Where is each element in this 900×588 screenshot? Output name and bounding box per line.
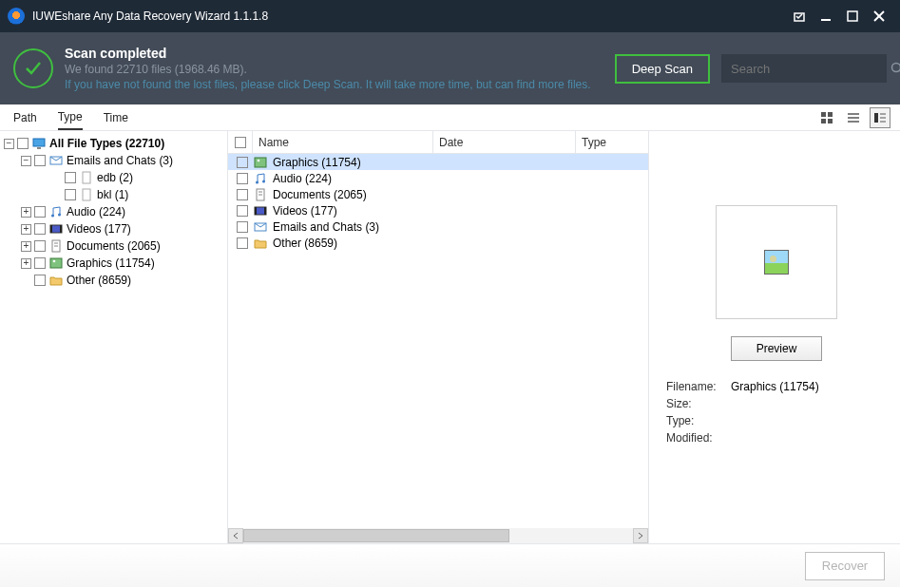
titlebar: IUWEshare Any Data Recovery Wizard 1.1.1… [0, 0, 900, 32]
svg-point-34 [258, 159, 260, 161]
row-checkbox[interactable] [237, 205, 248, 217]
svg-rect-7 [821, 112, 826, 117]
filename-value: Graphics (11754) [731, 380, 819, 397]
tab-time[interactable]: Time [104, 106, 128, 129]
header-band: Scan completed We found 22710 files (196… [0, 32, 900, 104]
list-item[interactable]: Documents (2065) [228, 186, 648, 202]
expander[interactable]: + [21, 207, 31, 218]
list-item[interactable]: Emails and Chats (3) [228, 218, 648, 235]
tree-checkbox[interactable] [34, 275, 46, 286]
tree-item-label[interactable]: Videos (177) [67, 222, 131, 236]
list-item[interactable]: Other (8659) [228, 235, 648, 251]
search-input[interactable] [731, 62, 890, 76]
music-icon [49, 205, 63, 218]
tree-item-label[interactable]: Graphics (11754) [67, 256, 155, 270]
svg-point-23 [51, 215, 54, 218]
column-header-type[interactable]: Type [576, 131, 648, 153]
expander[interactable]: + [21, 241, 31, 252]
tab-type[interactable]: Type [58, 105, 83, 130]
search-box[interactable] [721, 54, 887, 83]
tree-checkbox[interactable] [65, 172, 76, 183]
tree-item-label[interactable]: Documents (2065) [67, 239, 161, 253]
image-icon [254, 156, 267, 169]
tree-panel: − All File Types (22710) − Emails and Ch… [0, 131, 228, 543]
tree-checkbox[interactable] [34, 240, 46, 252]
preview-button[interactable]: Preview [731, 336, 822, 361]
deep-scan-button[interactable]: Deep Scan [615, 54, 710, 84]
tree-item-label[interactable]: Other (8659) [67, 274, 131, 287]
horizontal-scrollbar[interactable] [228, 528, 648, 543]
svg-rect-10 [828, 119, 833, 123]
tree-item-label[interactable]: bkl (1) [97, 188, 128, 201]
file-list-panel: Name Date Type Graphics (11754) Audio (2… [228, 131, 649, 543]
svg-rect-14 [874, 113, 878, 123]
document-icon [49, 239, 63, 253]
svg-point-24 [58, 214, 61, 217]
checkmark-icon [13, 48, 53, 88]
row-name: Documents (2065) [273, 188, 367, 201]
search-icon[interactable] [890, 62, 900, 75]
tree-item-label[interactable]: Emails and Chats (3) [67, 154, 173, 167]
row-name: Other (8659) [273, 237, 337, 250]
envelope-icon [254, 220, 267, 234]
svg-point-5 [892, 64, 901, 72]
column-header-name[interactable]: Name [253, 131, 433, 153]
filename-label: Filename: [666, 380, 731, 397]
expander[interactable]: + [21, 224, 31, 235]
monitor-icon [32, 137, 46, 150]
envelope-icon [49, 154, 63, 167]
folder-icon [254, 237, 267, 250]
expander[interactable]: − [4, 139, 14, 149]
tree-item-label[interactable]: edb (2) [97, 171, 133, 184]
svg-rect-8 [828, 112, 833, 117]
scroll-track[interactable] [243, 528, 633, 543]
list-item[interactable]: Graphics (11754) [228, 154, 648, 170]
list-item[interactable]: Videos (177) [228, 202, 648, 218]
tree-checkbox[interactable] [17, 138, 29, 149]
tree-checkbox[interactable] [34, 206, 46, 218]
tree-item-label[interactable]: Audio (224) [67, 205, 125, 218]
tree-checkbox[interactable] [34, 257, 46, 269]
row-name: Videos (177) [273, 204, 337, 218]
preview-thumbnail [716, 205, 837, 319]
file-icon [80, 171, 93, 184]
tree-checkbox[interactable] [65, 189, 76, 200]
svg-rect-27 [60, 225, 62, 233]
column-header-date[interactable]: Date [433, 131, 576, 153]
footer: Recover [0, 543, 900, 587]
view-grid-large-icon[interactable] [816, 107, 837, 128]
svg-rect-22 [83, 189, 90, 200]
image-placeholder-icon [764, 250, 789, 275]
view-list-icon[interactable] [843, 107, 864, 128]
svg-rect-18 [33, 139, 45, 146]
row-checkbox[interactable] [237, 173, 248, 184]
close-button[interactable] [866, 3, 892, 29]
scroll-thumb[interactable] [243, 529, 509, 542]
document-icon [254, 188, 267, 201]
row-checkbox[interactable] [237, 237, 248, 249]
tree-checkbox[interactable] [34, 223, 46, 235]
tab-path[interactable]: Path [13, 106, 37, 129]
maximize-button[interactable] [839, 3, 866, 29]
row-checkbox[interactable] [237, 189, 248, 200]
view-details-icon[interactable] [870, 107, 890, 128]
expander[interactable]: − [21, 156, 31, 166]
recover-button[interactable]: Recover [805, 552, 885, 580]
list-item[interactable]: Audio (224) [228, 170, 648, 186]
checkbox-unknown-control[interactable] [786, 3, 813, 29]
scan-hint: If you have not found the lost files, pl… [65, 78, 603, 91]
type-label: Type: [666, 414, 731, 431]
header-checkbox[interactable] [235, 137, 246, 148]
scroll-right-icon[interactable] [633, 528, 648, 543]
scroll-left-icon[interactable] [228, 528, 243, 543]
tree-checkbox[interactable] [34, 155, 46, 166]
tree-root-label[interactable]: All File Types (22710) [49, 137, 164, 150]
minimize-button[interactable] [813, 3, 839, 29]
image-icon [49, 256, 63, 270]
column-header-checkbox[interactable] [228, 131, 253, 153]
row-checkbox[interactable] [237, 157, 248, 168]
svg-point-32 [53, 260, 56, 263]
video-icon [254, 204, 267, 218]
expander[interactable]: + [21, 258, 31, 269]
row-checkbox[interactable] [237, 221, 248, 233]
